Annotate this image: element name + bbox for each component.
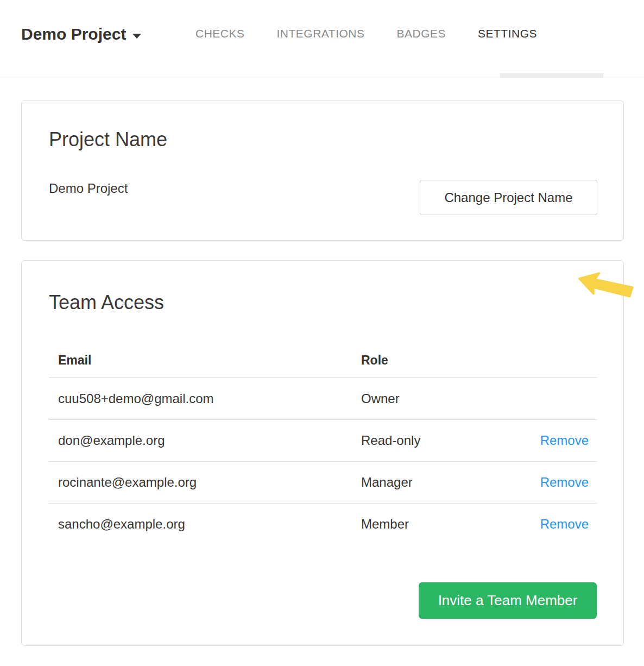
member-email: don@example.org: [49, 420, 361, 462]
table-row: don@example.org Read-only Remove: [49, 420, 597, 462]
member-actions: Remove: [520, 462, 597, 504]
member-actions: [520, 378, 597, 420]
column-header-role: Role: [361, 348, 520, 378]
tab-settings[interactable]: SETTINGS: [478, 27, 537, 40]
member-role: Read-only: [361, 420, 520, 462]
yellow-arrow-icon: [574, 265, 635, 307]
active-tab-indicator: [500, 73, 603, 78]
team-members-table: Email Role cuu508+demo@gmail.com Owner d…: [49, 348, 597, 545]
project-switcher[interactable]: Demo Project: [21, 25, 141, 43]
member-actions: Remove: [520, 420, 597, 462]
table-row: cuu508+demo@gmail.com Owner: [49, 378, 597, 420]
member-email: sancho@example.org: [49, 504, 361, 545]
nav-tabs: CHECKS INTEGRATIONS BADGES SETTINGS: [195, 27, 537, 40]
team-access-card: Team Access Email Role cuu508+demo@gmail…: [21, 260, 624, 646]
project-switcher-label: Demo Project: [21, 25, 126, 43]
tab-badges[interactable]: BADGES: [396, 27, 446, 40]
project-name-card-title: Project Name: [49, 128, 167, 151]
table-row: sancho@example.org Member Remove: [49, 504, 597, 545]
change-project-name-button[interactable]: Change Project Name: [420, 180, 597, 215]
tab-integrations[interactable]: INTEGRATIONS: [277, 27, 365, 40]
member-actions: Remove: [520, 504, 597, 545]
member-email: cuu508+demo@gmail.com: [49, 378, 361, 420]
chevron-down-icon: [132, 34, 141, 39]
remove-member-link[interactable]: Remove: [540, 517, 589, 531]
table-header-row: Email Role: [49, 348, 597, 378]
project-name-card: Project Name Demo Project Change Project…: [21, 100, 624, 241]
member-role: Member: [361, 504, 520, 545]
member-role: Owner: [361, 378, 520, 420]
member-role: Manager: [361, 462, 520, 504]
column-header-email: Email: [49, 348, 361, 378]
current-project-name: Demo Project: [49, 181, 128, 196]
top-navigation: Demo Project CHECKS INTEGRATIONS BADGES …: [0, 0, 644, 78]
tab-checks[interactable]: CHECKS: [195, 27, 245, 40]
invite-team-member-button[interactable]: Invite a Team Member: [419, 582, 597, 619]
member-email: rocinante@example.org: [49, 462, 361, 504]
team-access-card-title: Team Access: [49, 291, 164, 314]
table-row: rocinante@example.org Manager Remove: [49, 462, 597, 504]
column-header-actions: [520, 348, 597, 378]
remove-member-link[interactable]: Remove: [540, 433, 589, 448]
remove-member-link[interactable]: Remove: [540, 475, 589, 489]
